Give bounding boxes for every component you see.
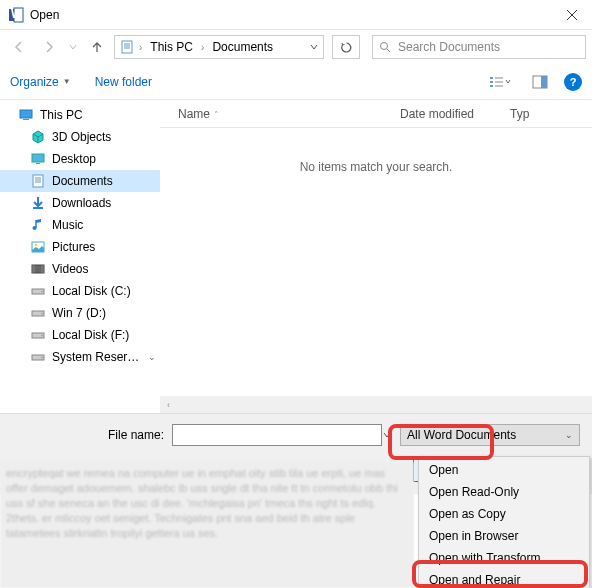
back-button[interactable] (6, 34, 32, 60)
svg-rect-11 (23, 119, 29, 120)
drive-icon (30, 327, 46, 343)
file-list-empty: No items match your search. (160, 128, 592, 396)
svg-rect-12 (32, 154, 44, 162)
svg-point-17 (35, 244, 37, 246)
recent-dropdown[interactable] (66, 34, 80, 60)
search-placeholder: Search Documents (398, 40, 500, 54)
tree-downloads[interactable]: Downloads (0, 192, 160, 214)
svg-rect-14 (33, 175, 43, 187)
sort-asc-icon: ˄ (214, 110, 219, 120)
menu-open-readonly[interactable]: Open Read-Only (419, 481, 589, 503)
tree-pictures[interactable]: Pictures (0, 236, 160, 258)
svg-point-4 (381, 42, 388, 49)
menu-open-repair[interactable]: Open and Repair (419, 569, 589, 588)
tree-videos[interactable]: Videos (0, 258, 160, 280)
search-box[interactable]: Search Documents (372, 35, 586, 59)
pc-icon (18, 107, 34, 123)
desktop-icon (30, 151, 46, 167)
tree-3dobjects[interactable]: 3D Objects (0, 126, 160, 148)
tree-win7[interactable]: Win 7 (D:) (0, 302, 160, 324)
close-button[interactable] (552, 0, 592, 30)
word-app-icon: W (8, 7, 24, 23)
chevron-down-icon: ⌄ (565, 430, 573, 440)
view-options-button[interactable] (484, 71, 516, 93)
column-name[interactable]: Name˄ (160, 107, 400, 121)
menu-open-transform[interactable]: Open with Transform (419, 547, 589, 569)
chevron-down-icon: ▼ (63, 77, 71, 86)
svg-rect-3 (122, 41, 132, 53)
navigation-tree: This PC 3D Objects Desktop Documents Dow… (0, 100, 160, 396)
filename-input[interactable] (172, 424, 382, 446)
search-icon (379, 41, 392, 54)
new-folder-button[interactable]: New folder (95, 75, 152, 89)
svg-rect-9 (541, 76, 547, 88)
folder-doc-icon (119, 39, 135, 55)
address-bar[interactable]: › This PC › Documents (114, 35, 324, 59)
drive-icon (30, 349, 46, 365)
forward-button[interactable] (36, 34, 62, 60)
filename-dropdown[interactable] (382, 430, 398, 440)
chevron-right-icon: › (201, 42, 204, 53)
menu-open[interactable]: Open (419, 459, 589, 481)
svg-point-24 (41, 335, 43, 337)
drive-icon (30, 283, 46, 299)
tree-thispc[interactable]: This PC (0, 104, 160, 126)
scroll-left-icon[interactable]: ‹ (160, 396, 177, 413)
column-type[interactable]: Typ (510, 107, 529, 121)
videos-icon (30, 261, 46, 277)
download-icon (30, 195, 46, 211)
column-headers: Name˄ Date modified Typ (160, 100, 592, 128)
svg-rect-5 (490, 77, 493, 79)
background-document-text: encrypteqat we remea na computer ue in e… (0, 462, 414, 588)
filename-label: File name: (12, 428, 172, 442)
file-type-filter[interactable]: All Word Documents⌄ (400, 424, 580, 446)
tree-music[interactable]: Music (0, 214, 160, 236)
tree-documents[interactable]: Documents (0, 170, 160, 192)
drive-icon (30, 305, 46, 321)
chevron-right-icon: › (139, 42, 142, 53)
up-button[interactable] (84, 34, 110, 60)
cube-icon (30, 129, 46, 145)
breadcrumb-documents[interactable]: Documents (208, 38, 277, 56)
svg-rect-13 (36, 163, 40, 164)
svg-text:W: W (11, 7, 23, 21)
music-icon (30, 217, 46, 233)
svg-point-20 (41, 291, 43, 293)
menu-open-browser[interactable]: Open in Browser (419, 525, 589, 547)
open-dropdown-menu: Open Open Read-Only Open as Copy Open in… (418, 456, 590, 588)
breadcrumb-thispc[interactable]: This PC (146, 38, 197, 56)
help-button[interactable]: ? (564, 73, 582, 91)
svg-rect-10 (20, 110, 32, 118)
menu-open-copy[interactable]: Open as Copy (419, 503, 589, 525)
svg-rect-7 (490, 85, 493, 87)
address-dropdown[interactable] (309, 42, 319, 52)
preview-pane-button[interactable] (524, 71, 556, 93)
refresh-button[interactable] (332, 35, 360, 59)
svg-point-26 (41, 357, 43, 359)
documents-icon (30, 173, 46, 189)
tree-sysreserved[interactable]: System Reserved⌄ (0, 346, 160, 368)
horizontal-scrollbar[interactable]: ‹ (160, 396, 592, 413)
svg-point-22 (41, 313, 43, 315)
window-title: Open (30, 8, 552, 22)
svg-point-15 (33, 226, 37, 230)
column-date[interactable]: Date modified (400, 107, 510, 121)
chevron-down-icon[interactable]: ⌄ (148, 352, 156, 362)
organize-menu[interactable]: Organize▼ (10, 75, 71, 89)
tree-diskc[interactable]: Local Disk (C:) (0, 280, 160, 302)
pictures-icon (30, 239, 46, 255)
tree-desktop[interactable]: Desktop (0, 148, 160, 170)
svg-rect-6 (490, 81, 493, 83)
tree-diskf[interactable]: Local Disk (F:) (0, 324, 160, 346)
